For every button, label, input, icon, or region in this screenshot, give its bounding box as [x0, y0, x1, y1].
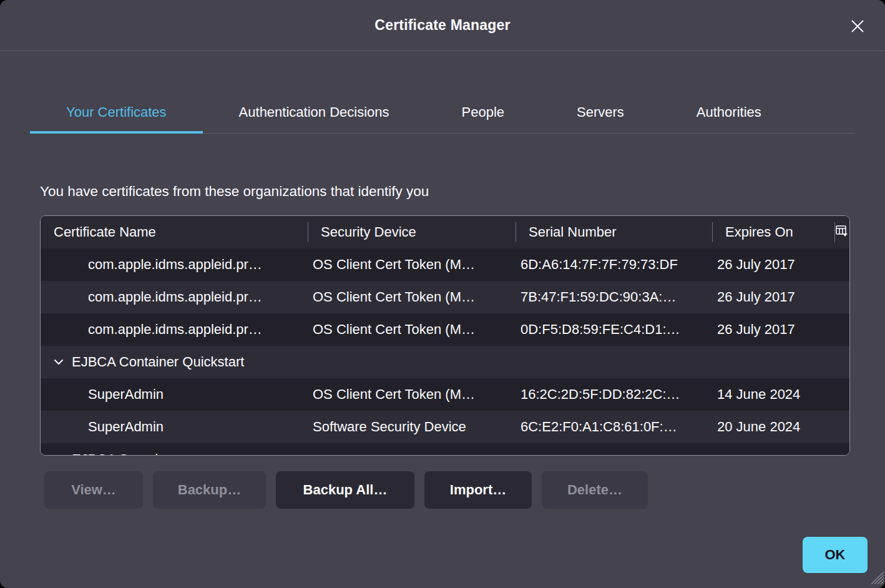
cell-serial-number: 16:2C:2D:5F:DD:82:2C:… [516, 378, 712, 411]
action-button-row: View… Backup… Backup All… Import… Delete… [44, 471, 648, 509]
certificates-table: Certificate Name Security Device Serial … [40, 215, 850, 456]
column-picker-button[interactable] [834, 216, 849, 248]
cell-security-device: Software Security Device [308, 411, 516, 443]
table-row[interactable]: com.apple.idms.appleid.pr… OS Client Cer… [41, 248, 849, 281]
column-header-serial-number[interactable]: Serial Number [516, 216, 712, 248]
cell-certificate-name: com.apple.idms.appleid.pr… [41, 281, 308, 313]
cell-expires-on: 26 July 2017 [712, 248, 834, 281]
cell-serial-number: 6D:A6:14:7F:7F:79:73:DF [516, 248, 712, 281]
delete-button[interactable]: Delete… [542, 471, 648, 509]
column-header-security-device[interactable]: Security Device [308, 216, 516, 248]
certificate-manager-dialog: Certificate Manager Your Certificates Au… [0, 0, 885, 588]
cell-security-device: OS Client Cert Token (M… [308, 313, 516, 346]
table-row[interactable]: SuperAdmin Software Security Device 6C:E… [41, 411, 849, 443]
close-icon [849, 18, 866, 34]
table-row[interactable]: com.apple.idms.appleid.pr… OS Client Cer… [41, 281, 849, 313]
cell-serial-number: 7B:47:F1:59:DC:90:3A:… [516, 281, 712, 313]
tab-strip: Your Certificates Authentication Decisio… [30, 94, 855, 134]
import-button[interactable]: Import… [424, 471, 532, 509]
chevron-down-icon[interactable] [54, 359, 64, 365]
column-picker-icon [836, 224, 848, 240]
tab-people[interactable]: People [426, 94, 541, 134]
cell-serial-number: 0D:F5:D8:59:FE:C4:D1:… [516, 313, 712, 346]
group-label: EJBCA Sample [72, 451, 165, 456]
dialog-titlebar: Certificate Manager [0, 0, 885, 51]
cell-security-device: OS Client Cert Token (M… [308, 378, 516, 411]
cell-security-device: OS Client Cert Token (M… [308, 248, 516, 281]
ok-button[interactable]: OK [803, 537, 868, 573]
tab-authorities[interactable]: Authorities [660, 94, 798, 134]
cell-certificate-name: SuperAdmin [41, 378, 308, 411]
cell-expires-on: 20 June 2024 [712, 411, 834, 443]
cell-expires-on: 26 July 2017 [712, 313, 834, 346]
cell-certificate-name: com.apple.idms.appleid.pr… [41, 313, 308, 346]
tab-servers[interactable]: Servers [540, 94, 660, 134]
cell-security-device: OS Client Cert Token (M… [308, 281, 516, 313]
backup-button[interactable]: Backup… [153, 471, 266, 509]
column-header-certificate-name[interactable]: Certificate Name [41, 216, 308, 248]
dialog-title: Certificate Manager [374, 17, 510, 34]
group-row-partially-visible[interactable]: EJBCA Sample [41, 443, 849, 456]
close-button[interactable] [848, 16, 868, 36]
cell-expires-on: 26 July 2017 [712, 281, 834, 313]
table-header-row: Certificate Name Security Device Serial … [41, 216, 849, 248]
tab-authentication-decisions[interactable]: Authentication Decisions [203, 94, 426, 134]
view-button[interactable]: View… [44, 471, 143, 509]
backup-all-button[interactable]: Backup All… [276, 471, 414, 509]
cell-certificate-name: SuperAdmin [41, 411, 308, 443]
cell-expires-on: 14 June 2024 [712, 378, 834, 411]
column-header-expires-on[interactable]: Expires On [712, 216, 834, 248]
cell-certificate-name: com.apple.idms.appleid.pr… [41, 248, 308, 281]
cell-serial-number: 6C:E2:F0:A1:C8:61:0F:… [516, 411, 712, 443]
table-row[interactable]: com.apple.idms.appleid.pr… OS Client Cer… [41, 313, 849, 346]
group-label: EJBCA Container Quickstart [72, 354, 244, 370]
table-row[interactable]: SuperAdmin OS Client Cert Token (M… 16:2… [41, 378, 849, 411]
group-row-ejbca-container-quickstart[interactable]: EJBCA Container Quickstart [41, 346, 849, 378]
tab-your-certificates[interactable]: Your Certificates [30, 94, 203, 134]
resize-grip[interactable] [866, 567, 884, 587]
intro-text: You have certificates from these organiz… [40, 184, 429, 200]
